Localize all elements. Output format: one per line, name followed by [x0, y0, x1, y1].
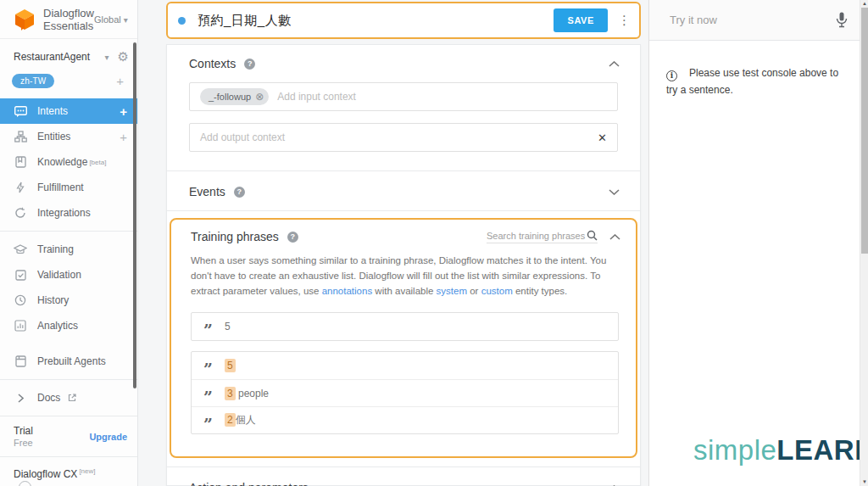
sidebar-item-analytics[interactable]: Analytics: [0, 313, 137, 338]
divider: [0, 456, 137, 457]
region-selector[interactable]: Global ▾: [94, 14, 136, 25]
help-icon[interactable]: ?: [287, 232, 298, 243]
chevron-up-icon[interactable]: [609, 61, 620, 67]
divider: [0, 231, 137, 232]
app-logo-row: Dialogflow Essentials Global ▾: [0, 0, 137, 39]
action-parameters-title: Action and parameters: [189, 481, 309, 486]
sidebar-item-label: Validation: [37, 269, 81, 281]
annotated-entity[interactable]: 3: [225, 387, 236, 400]
input-context-chip[interactable]: _-followup ⊗: [200, 88, 269, 105]
events-section-header[interactable]: Events ?: [167, 171, 640, 210]
sidebar-item-label: Analytics: [37, 320, 78, 332]
annotated-entity[interactable]: 2: [225, 413, 236, 427]
book-icon: [14, 155, 27, 169]
trial-row: Trial Free Upgrade: [0, 422, 137, 451]
scroll-up-icon[interactable]: ▲: [860, 0, 868, 8]
checkbox-icon: [14, 268, 27, 282]
training-phrases-title: Training phrases: [191, 230, 279, 243]
sidebar-item-prebuilt-agents[interactable]: Prebuilt Agents: [0, 349, 137, 374]
sidebar-item-entities[interactable]: Entities +: [0, 124, 137, 149]
language-badge[interactable]: zh-TW: [12, 74, 54, 88]
help-icon[interactable]: ?: [234, 187, 245, 198]
description-text: entity types.: [513, 286, 568, 296]
add-language-button[interactable]: +: [116, 74, 124, 88]
annotations-link[interactable]: annotations: [322, 286, 372, 296]
sidebar: Dialogflow Essentials Global ▾ Restauran…: [0, 0, 138, 486]
sidebar-item-integrations[interactable]: Integrations: [0, 200, 137, 226]
chevron-up-icon[interactable]: [609, 234, 620, 240]
add-entity-button[interactable]: +: [120, 130, 127, 144]
custom-entities-link[interactable]: custom: [481, 286, 513, 296]
new-badge: [new]: [79, 467, 95, 475]
info-text: Please use test console above to try a s…: [666, 67, 838, 96]
phrase-row[interactable]: ” 2個人: [192, 406, 618, 433]
sidebar-item-validation[interactable]: Validation: [0, 262, 137, 288]
output-context-field[interactable]: Add output context ✕: [189, 123, 618, 152]
input-context-field[interactable]: _-followup ⊗ Add input context: [189, 82, 618, 111]
agent-name: RestaurantAgent: [14, 51, 105, 63]
sidebar-item-label: Training: [37, 243, 74, 255]
sidebar-item-label: Integrations: [37, 207, 91, 219]
phrase-row[interactable]: ” 5: [192, 313, 618, 340]
contexts-section-header[interactable]: Contexts ?: [167, 45, 640, 79]
training-phrases-section: Training phrases ? When a user says some…: [170, 218, 637, 458]
plan-label: Trial: [14, 425, 89, 437]
chevron-right-icon: [14, 391, 27, 405]
sidebar-item-label: Docs: [37, 392, 60, 404]
dialogflow-logo-icon: [14, 8, 36, 31]
phrase-row[interactable]: ” 5: [192, 352, 618, 379]
bar-chart-icon: [14, 319, 27, 332]
divider: [0, 416, 137, 416]
agent-caret-icon[interactable]: ▾: [105, 53, 109, 62]
sidebar-scrollbar[interactable]: [133, 42, 136, 388]
window-scrollbar[interactable]: ▲ ▼: [860, 0, 868, 486]
annotated-entity[interactable]: 5: [225, 359, 236, 372]
sidebar-item-training[interactable]: Training: [0, 237, 137, 262]
sidebar-item-knowledge[interactable]: Knowledge [beta]: [0, 149, 137, 175]
sidebar-nav: Intents + Entities + Knowledge [beta] Fu…: [0, 98, 137, 486]
quote-icon: ”: [203, 420, 213, 428]
intent-name-input[interactable]: 預約_日期_人數: [198, 13, 554, 29]
more-options-icon[interactable]: ⋮: [618, 13, 631, 28]
output-context-placeholder: Add output context: [200, 131, 285, 143]
new-phrase-input-box[interactable]: ” 5: [191, 312, 619, 341]
phrase-row[interactable]: ” 3 people: [192, 379, 618, 406]
dialogflow-cx-label: Dialogflow CX: [14, 468, 77, 480]
test-console-panel: iPlease use test console above to try a …: [648, 0, 860, 486]
main-content: 預約_日期_人數 SAVE ⋮ Contexts ? _-followup ⊗ …: [139, 0, 648, 486]
sidebar-item-docs[interactable]: Docs: [0, 385, 137, 411]
sidebar-item-label: Entities: [37, 131, 70, 142]
search-icon[interactable]: [587, 230, 598, 241]
sidebar-item-fulfillment[interactable]: Fulfillment: [0, 175, 137, 200]
clear-contexts-icon[interactable]: ✕: [598, 131, 607, 144]
scroll-down-icon[interactable]: ▼: [860, 478, 868, 486]
agent-settings-gear-icon[interactable]: ⚙: [118, 49, 129, 64]
entities-graph-icon: [14, 130, 27, 143]
action-parameters-section-header[interactable]: Action and parameters: [167, 467, 640, 486]
lightning-icon: [14, 181, 27, 194]
search-input[interactable]: [487, 231, 587, 241]
watermark-simple: simple: [693, 434, 776, 466]
try-it-now-input[interactable]: [670, 14, 836, 26]
sidebar-item-history[interactable]: History: [0, 288, 137, 313]
help-icon[interactable]: ?: [244, 59, 255, 70]
sidebar-item-label: Knowledge: [37, 156, 87, 168]
system-entities-link[interactable]: system: [437, 286, 467, 296]
beta-badge: [beta]: [89, 159, 106, 166]
chevron-down-icon[interactable]: [609, 189, 620, 195]
remove-chip-icon[interactable]: ⊗: [255, 91, 264, 103]
add-intent-button[interactable]: +: [120, 104, 127, 119]
upgrade-link[interactable]: Upgrade: [89, 432, 127, 442]
scrollbar-thumb[interactable]: [861, 8, 868, 254]
input-context-placeholder: Add input context: [277, 91, 356, 103]
quote-icon: ”: [203, 365, 213, 373]
save-button[interactable]: SAVE: [554, 8, 608, 32]
sidebar-item-intents[interactable]: Intents +: [0, 98, 137, 124]
contexts-title: Contexts: [189, 57, 236, 70]
sidebar-item-label: History: [37, 294, 69, 306]
intent-header-bar: 預約_日期_人數 SAVE ⋮: [166, 2, 641, 39]
phrase-text: people: [236, 388, 269, 399]
microphone-icon[interactable]: [836, 12, 848, 28]
clock-icon: [14, 293, 27, 307]
agent-selector[interactable]: RestaurantAgent ▾ ⚙: [0, 44, 137, 70]
